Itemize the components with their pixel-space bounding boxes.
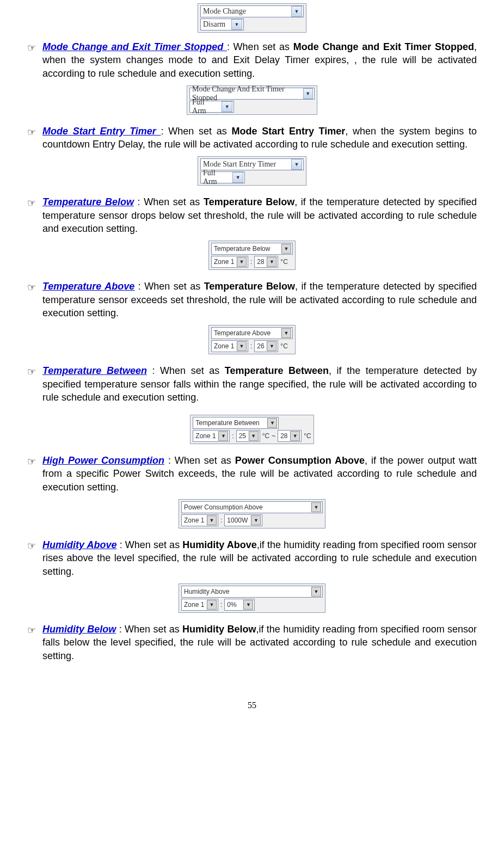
temp-value-select[interactable]: 26 ▼: [254, 340, 278, 352]
chevron-down-icon: ▼: [243, 600, 253, 610]
temp-unit: °C: [280, 258, 287, 266]
chevron-down-icon: ▼: [267, 341, 276, 351]
paragraph: Temperature Below : When set as Temperat…: [42, 195, 477, 235]
arm-mode-select[interactable]: Full Arm ▼: [189, 101, 234, 113]
separator: :: [232, 432, 233, 440]
section-temp-between: ☞ Temperature Between : When set as Temp…: [27, 364, 477, 444]
chevron-down-icon: ▼: [207, 600, 217, 610]
chevron-down-icon: ▼: [291, 159, 302, 170]
mode-change-control: Mode Change ▼ Disarm ▼: [27, 3, 477, 33]
pointing-hand-icon: ☞: [27, 195, 42, 210]
chevron-down-icon: ▼: [281, 328, 291, 338]
chevron-down-icon: ▼: [281, 244, 291, 254]
chevron-down-icon: ▼: [291, 6, 302, 17]
zone-select[interactable]: Zone 1 ▼: [211, 340, 248, 352]
temp-unit: °C: [262, 432, 269, 440]
pointing-hand-icon: ☞: [27, 364, 42, 378]
select-value: Zone 1: [184, 517, 204, 524]
chevron-down-icon: ▼: [218, 431, 228, 441]
chevron-down-icon: ▼: [267, 418, 277, 428]
section-temp-below: ☞ Temperature Below : When set as Temper…: [27, 195, 477, 270]
control-box: Temperature Between ▼ Zone 1 ▼ : 25 ▼ °C: [190, 415, 314, 444]
temp-type-select[interactable]: Temperature Below ▼: [211, 243, 293, 255]
arm-mode-select[interactable]: Full Arm ▼: [200, 171, 245, 183]
chevron-down-icon: ▼: [237, 257, 247, 267]
mode-change-sub-select[interactable]: Disarm ▼: [200, 19, 244, 30]
select-value: 1000W: [227, 517, 248, 524]
separator: :: [250, 258, 252, 266]
select-value: Zone 1: [214, 258, 234, 266]
temp-unit: °C: [280, 342, 287, 350]
paragraph: High Power Consumption : When set as Pow…: [42, 454, 477, 494]
rule-title: Humidity Below: [42, 624, 116, 635]
chevron-down-icon: ▼: [207, 515, 217, 525]
section-mode-change-exit: ☞ Mode Change and Exit Timer Stopped : W…: [27, 40, 477, 115]
select-value: Full Arm: [192, 98, 219, 115]
select-value: Power Consumption Above: [184, 503, 263, 511]
select-value: Disarm: [203, 20, 225, 29]
chevron-down-icon: ▼: [311, 502, 321, 512]
temp-value-select[interactable]: 28 ▼: [254, 256, 278, 268]
select-value: 0%: [227, 601, 236, 609]
pointing-hand-icon: ☞: [27, 454, 42, 468]
zone-select[interactable]: Zone 1 ▼: [181, 514, 218, 526]
mode-change-select[interactable]: Mode Change ▼: [200, 5, 304, 17]
select-value: Zone 1: [195, 432, 216, 440]
rule-title: Temperature Between: [42, 365, 147, 376]
power-value-select[interactable]: 1000W ▼: [224, 514, 262, 526]
paragraph: Mode Change and Exit Timer Stopped : Whe…: [42, 40, 477, 80]
select-value: Zone 1: [214, 342, 234, 350]
pointing-hand-icon: ☞: [27, 280, 42, 294]
separator: :: [220, 517, 222, 524]
chevron-down-icon: ▼: [290, 431, 300, 441]
chevron-down-icon: ▼: [267, 257, 276, 267]
humidity-type-select[interactable]: Humidity Above ▼: [181, 586, 323, 598]
select-value: Mode Change: [203, 7, 246, 16]
paragraph: Temperature Above : When set as Temperat…: [42, 280, 477, 319]
control-box: Humidity Above ▼ Zone 1 ▼ : 0% ▼: [179, 583, 325, 613]
chevron-down-icon: ▼: [311, 587, 321, 597]
temp-type-select[interactable]: Temperature Above ▼: [211, 327, 293, 339]
chevron-down-icon: ▼: [303, 88, 313, 99]
section-high-power: ☞ High Power Consumption : When set as P…: [27, 454, 477, 528]
rule-title: Temperature Above: [42, 281, 134, 292]
rule-title: Humidity Above: [42, 539, 117, 550]
control-box: Temperature Above ▼ Zone 1 ▼ : 26 ▼ °C: [208, 325, 296, 354]
select-value: Humidity Above: [184, 588, 229, 595]
pointing-hand-icon: ☞: [27, 538, 42, 552]
control-box: Temperature Below ▼ Zone 1 ▼ : 28 ▼ °C: [208, 241, 296, 270]
select-value: Mode Start Entry Timer: [203, 160, 276, 169]
temp-unit: °C: [304, 432, 311, 440]
section-humidity-below: ☞ Humidity Below : When set as Humidity …: [27, 623, 477, 662]
section-humidity-above: ☞ Humidity Above : When set as Humidity …: [27, 538, 477, 613]
pointing-hand-icon: ☞: [27, 40, 42, 54]
temp-type-select[interactable]: Temperature Between ▼: [193, 417, 279, 429]
rule-title: Mode Start Entry Timer: [42, 126, 161, 137]
chevron-down-icon: ▼: [222, 101, 232, 112]
zone-select[interactable]: Zone 1 ▼: [181, 599, 218, 611]
select-value: Zone 1: [184, 601, 204, 609]
rule-title: Temperature Below: [42, 196, 134, 207]
zone-select[interactable]: Zone 1 ▼: [193, 430, 230, 442]
rule-title: High Power Consumption: [42, 455, 164, 466]
select-value: Full Arm: [203, 169, 230, 186]
temp-value-high-select[interactable]: 28 ▼: [278, 430, 302, 442]
paragraph: Humidity Above : When set as Humidity Ab…: [42, 538, 477, 578]
select-value: Temperature Above: [214, 329, 271, 337]
select-value: 25: [239, 432, 246, 440]
page: Mode Change ▼ Disarm ▼ ☞ Mode Change and…: [0, 3, 504, 732]
temp-value-low-select[interactable]: 25 ▼: [236, 430, 260, 442]
control-box: Mode Change And Exit Timer Stopped ▼ Ful…: [187, 85, 317, 115]
control-box: Power Consumption Above ▼ Zone 1 ▼ : 100…: [179, 499, 325, 528]
separator: :: [220, 601, 222, 609]
power-type-select[interactable]: Power Consumption Above ▼: [181, 501, 323, 513]
select-value: Temperature Below: [214, 245, 270, 253]
chevron-down-icon: ▼: [249, 431, 259, 441]
range-separator: ~: [272, 432, 275, 440]
chevron-down-icon: ▼: [232, 172, 243, 183]
paragraph: Humidity Below : When set as Humidity Be…: [42, 623, 477, 662]
pointing-hand-icon: ☞: [27, 623, 42, 637]
humidity-value-select[interactable]: 0% ▼: [224, 599, 255, 611]
zone-select[interactable]: Zone 1 ▼: [211, 256, 248, 268]
select-value: 26: [257, 342, 264, 350]
